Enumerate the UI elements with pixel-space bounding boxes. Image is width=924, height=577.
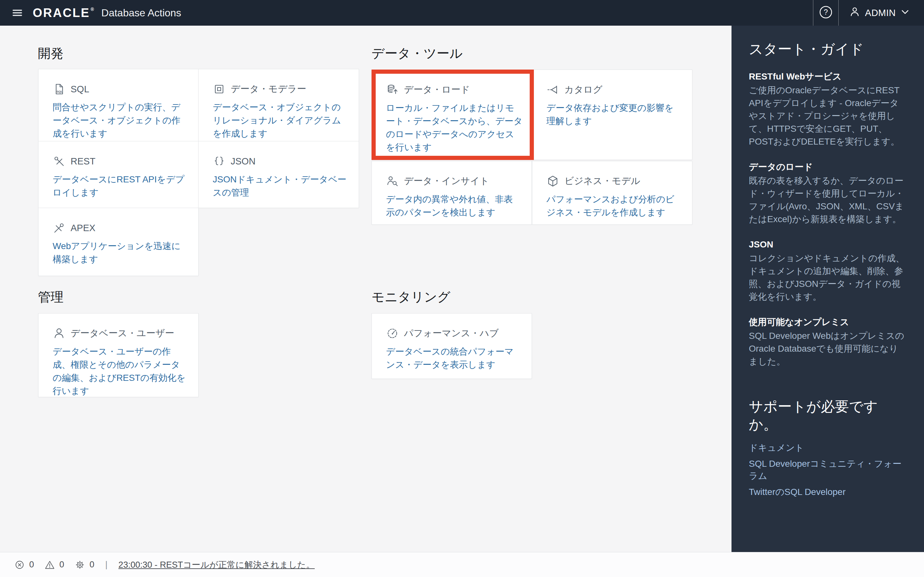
- card-apex-description-link[interactable]: Webアプリケーションを迅速に構築します: [53, 239, 187, 266]
- data-modeler-icon: [213, 83, 226, 95]
- card-business-model[interactable]: ビジネス・モデル パフォーマンスおよび分析のビジネス・モデルを作成します: [532, 161, 692, 225]
- card-head: データ・モデラー: [213, 82, 348, 96]
- section-title-development: 開発: [38, 45, 63, 61]
- card-database-users[interactable]: データベース・ユーザー データベース・ユーザーの作成、権限とその他のパラメータの…: [38, 313, 199, 397]
- header-actions: ? ADMIN: [813, 0, 924, 26]
- database-upload-icon: [386, 83, 399, 96]
- database-actions-launchpad: ORACLE® Database Actions ?: [0, 0, 924, 577]
- card-performance-hub[interactable]: パフォーマンス・ハブ データベースの統合パフォーマンス・データを表示します: [372, 313, 532, 379]
- oracle-logo: ORACLE®: [33, 6, 95, 20]
- guide-body: コレクションやドキュメントの作成、ドキュメントの追加や編集、削除、参照、およびJ…: [749, 252, 907, 303]
- cube-icon: [546, 175, 559, 187]
- section-title-monitoring: モニタリング: [372, 289, 451, 305]
- card-data-insights[interactable]: データ・インサイト データ内の異常や外れ値、非表示のパターンを検出します: [372, 161, 532, 225]
- card-data-insights-description-link[interactable]: データ内の異常や外れ値、非表示のパターンを検出します: [386, 193, 521, 219]
- twitter-link[interactable]: TwitterのSQL Developer: [749, 486, 907, 498]
- guide-section-on-premises: 使用可能なオンプレミス SQL Developer WebはオンプレミスのOra…: [749, 316, 907, 368]
- guide-heading: JSON: [749, 239, 907, 251]
- documentation-link[interactable]: ドキュメント: [749, 442, 907, 454]
- card-head: APEX: [53, 221, 187, 235]
- warning-counter[interactable]: 0: [44, 559, 64, 570]
- wrench-tools-icon: [53, 155, 65, 168]
- card-label: データ・インサイト: [404, 175, 489, 187]
- status-message-link[interactable]: 23:00:30 - RESTコールが正常に解決されました。: [118, 559, 315, 571]
- card-data-load[interactable]: データ・ロード ローカル・ファイルまたはリモート・データベースから、データのロー…: [372, 69, 534, 160]
- card-head: データ・ロード: [386, 83, 523, 97]
- help-icon: ?: [819, 5, 833, 21]
- start-guide-panel: スタート・ガイド RESTful Webサービス ご使用のOracleデータベー…: [732, 26, 924, 552]
- card-label: APEX: [71, 223, 95, 234]
- card-data-modeler[interactable]: データ・モデラー データベース・オブジェクトのリレーショナル・ダイアグラムを作成…: [198, 69, 359, 141]
- community-forum-link[interactable]: SQL Developerコミュニティ・フォーラム: [749, 458, 907, 482]
- card-rest-description-link[interactable]: データベースにREST APIをデプロイします: [53, 173, 187, 199]
- card-label: JSON: [231, 156, 255, 167]
- top-bar: ORACLE® Database Actions ?: [0, 0, 924, 26]
- card-label: SQL: [71, 84, 89, 95]
- app-title: Database Actions: [102, 7, 181, 19]
- process-counter[interactable]: 0: [74, 559, 94, 570]
- card-head: REST: [53, 154, 187, 168]
- svg-text:?: ?: [824, 8, 828, 16]
- guide-heading: データのロード: [749, 161, 907, 173]
- guide-body: ご使用のOracleデータベースにREST APIをデプロイします - Orac…: [749, 84, 907, 148]
- card-json[interactable]: JSON JSONドキュメント・データベースの管理: [198, 141, 359, 208]
- curly-braces-icon: [213, 155, 226, 168]
- guide-body: SQL Developer WebはオンプレミスのOracle Database…: [749, 330, 907, 368]
- guide-section-json: JSON コレクションやドキュメントの作成、ドキュメントの追加や編集、削除、参照…: [749, 239, 907, 303]
- guide-heading: RESTful Webサービス: [749, 71, 907, 83]
- card-data-modeler-description-link[interactable]: データベース・オブジェクトのリレーショナル・ダイアグラムを作成します: [213, 101, 348, 140]
- section-title-administration: 管理: [38, 289, 63, 305]
- guide-section-restful: RESTful Webサービス ご使用のOracleデータベースにREST AP…: [749, 71, 907, 148]
- catalog-impact-icon: [546, 83, 559, 96]
- card-apex[interactable]: APEX Webアプリケーションを迅速に構築します: [38, 208, 199, 276]
- menu-icon[interactable]: [8, 0, 27, 26]
- user-menu[interactable]: ADMIN: [838, 6, 924, 20]
- card-head: パフォーマンス・ハブ: [386, 326, 521, 340]
- card-label: パフォーマンス・ハブ: [404, 327, 499, 340]
- start-guide-title: スタート・ガイド: [749, 40, 907, 58]
- support-links: ドキュメント SQL Developerコミュニティ・フォーラム Twitter…: [749, 442, 907, 498]
- pencil-tools-icon: [53, 221, 65, 234]
- status-divider: |: [105, 560, 107, 570]
- card-business-model-description-link[interactable]: パフォーマンスおよび分析のビジネス・モデルを作成します: [546, 193, 681, 219]
- gear-icon: [74, 559, 86, 570]
- card-label: カタログ: [564, 83, 603, 96]
- svg-text:SQL: SQL: [57, 90, 63, 93]
- user-icon: [849, 6, 861, 20]
- warning-count: 0: [59, 560, 64, 570]
- gauge-icon: [386, 327, 399, 340]
- card-data-load-description-link[interactable]: ローカル・ファイルまたはリモート・データベースから、データのロードやデータへのア…: [386, 101, 523, 154]
- card-sql-description-link[interactable]: 問合せやスクリプトの実行、データベース・オブジェクトの作成を行います: [53, 101, 187, 140]
- guide-heading: 使用可能なオンプレミス: [749, 316, 907, 328]
- person-icon: [53, 327, 65, 340]
- card-label: REST: [71, 156, 95, 167]
- card-catalog-description-link[interactable]: データ依存および変更の影響を理解します: [546, 101, 681, 127]
- help-button[interactable]: ?: [813, 0, 838, 26]
- process-count: 0: [89, 560, 94, 570]
- card-label: データ・モデラー: [231, 83, 306, 95]
- card-head: データ・インサイト: [386, 174, 521, 188]
- card-database-users-description-link[interactable]: データベース・ユーザーの作成、権限とその他のパラメータの編集、およびRESTの有…: [53, 345, 187, 398]
- card-head: ビジネス・モデル: [546, 174, 681, 188]
- chevron-down-icon: [900, 7, 910, 19]
- card-label: ビジネス・モデル: [564, 175, 640, 187]
- card-catalog[interactable]: カタログ データ依存および変更の影響を理解します: [532, 69, 692, 160]
- card-head: JSON: [213, 154, 348, 168]
- support-title: サポートが必要ですか。: [749, 398, 887, 434]
- error-counter[interactable]: 0: [14, 559, 34, 570]
- sql-file-icon: SQL: [53, 83, 65, 95]
- registered-mark: ®: [90, 7, 95, 12]
- card-label: データベース・ユーザー: [71, 327, 174, 340]
- section-title-data-tools: データ・ツール: [372, 45, 463, 61]
- guide-body: 既存の表を移入するか、データのロード・ウィザードを使用してローカル・ファイル(A…: [749, 174, 907, 226]
- status-bar: 0 0 0 | 23:00:30 - RESTコールが正常に解決されました。: [0, 552, 924, 577]
- card-json-description-link[interactable]: JSONドキュメント・データベースの管理: [213, 173, 348, 199]
- card-sql[interactable]: SQL SQL 問合せやスクリプトの実行、データベース・オブジェクトの作成を行い…: [38, 69, 199, 141]
- error-icon: [14, 559, 25, 570]
- card-head: データベース・ユーザー: [53, 326, 187, 340]
- card-rest[interactable]: REST データベースにREST APIをデプロイします: [38, 141, 199, 208]
- error-count: 0: [29, 560, 34, 570]
- guide-section-data-load: データのロード 既存の表を移入するか、データのロード・ウィザードを使用してローカ…: [749, 161, 907, 226]
- person-search-icon: [386, 175, 399, 187]
- card-performance-hub-description-link[interactable]: データベースの統合パフォーマンス・データを表示します: [386, 345, 521, 371]
